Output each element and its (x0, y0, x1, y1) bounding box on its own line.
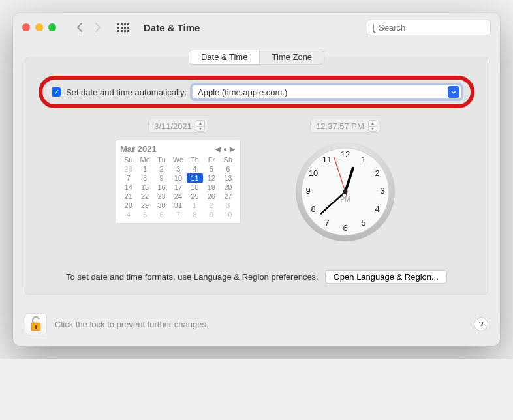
calendar-day: 29 (136, 201, 153, 210)
calendar-day: 13 (220, 173, 236, 183)
nav-buttons (72, 20, 106, 35)
calendar-day: 18 (187, 183, 203, 192)
calendar-day: 15 (136, 183, 153, 192)
clock-ampm: PM (341, 196, 350, 203)
calendar-day: 10 (170, 173, 186, 183)
calendar-day: 8 (136, 173, 153, 183)
calendar-day-other: 6 (153, 210, 170, 219)
time-server-combo[interactable]: Apple (time.apple.com.) (192, 85, 461, 99)
calendar-day: 28 (120, 201, 136, 210)
calendar-day: 5 (203, 164, 219, 173)
auto-time-checkbox[interactable]: ✓ (52, 87, 61, 97)
calendar-day: 7 (120, 173, 136, 183)
svg-text:8: 8 (311, 204, 315, 214)
calendar-dow: Su (120, 155, 136, 164)
footer: Click the lock to prevent further change… (13, 307, 500, 346)
formats-note: To set date and time formats, use Langua… (66, 272, 319, 282)
tab-time-zone[interactable]: Time Zone (259, 50, 324, 64)
calendar-day-other: 28 (120, 164, 136, 173)
forward-button[interactable] (90, 20, 106, 35)
svg-text:11: 11 (322, 155, 332, 164)
svg-point-17 (343, 190, 348, 194)
date-stepper: ▲▼ (196, 120, 205, 132)
calendar-dow: Mo (136, 155, 153, 164)
time-server-value: Apple (time.apple.com.) (193, 87, 448, 97)
calendar-day: 26 (203, 192, 219, 201)
chevron-down-icon (448, 86, 459, 98)
calendar-day-other: 10 (220, 210, 236, 219)
minimize-window-button[interactable] (35, 23, 43, 31)
calendar-day-other: 4 (120, 210, 136, 219)
calendar-dow: We (170, 155, 186, 164)
zoom-window-button[interactable] (48, 23, 56, 31)
calendar-day-other: 7 (170, 210, 186, 219)
calendar-day: 21 (120, 192, 136, 201)
lock-text: Click the lock to prevent further change… (55, 320, 209, 329)
tab-date-time[interactable]: Date & Time (189, 50, 260, 64)
calendar-day: 22 (136, 192, 153, 201)
calendar-day-other: 8 (187, 210, 203, 219)
help-button[interactable]: ? (474, 317, 488, 331)
calendar-next-icon: ▶ (228, 145, 236, 153)
date-column: 3/11/2021 ▲▼ Mar 2021 ◀ ● ▶ SuMoTuWeThFr… (116, 119, 241, 244)
svg-text:7: 7 (324, 218, 329, 228)
calendar-day: 6 (220, 164, 236, 173)
calendar-day: 16 (153, 183, 170, 192)
search-input[interactable] (377, 22, 490, 33)
calendar-day: 12 (203, 173, 219, 183)
time-stepper: ▲▼ (368, 120, 377, 132)
svg-text:10: 10 (309, 168, 318, 178)
open-language-region-button[interactable]: Open Language & Region... (325, 270, 447, 284)
auto-time-label: Set date and time automatically: (66, 87, 187, 97)
svg-text:4: 4 (375, 204, 379, 214)
search-field[interactable] (367, 20, 491, 35)
time-column: 12:37:57 PM ▲▼ 12 (293, 119, 397, 244)
calendar-day: 31 (170, 201, 186, 210)
window-title: Date & Time (144, 22, 200, 33)
calendar-day: 23 (153, 192, 170, 201)
svg-text:3: 3 (380, 186, 384, 196)
svg-text:12: 12 (341, 149, 350, 159)
calendar-day: 17 (170, 183, 186, 192)
calendar-day: 4 (187, 164, 203, 173)
svg-rect-20 (35, 325, 37, 329)
calendar-day: 19 (203, 183, 219, 192)
calendar-day: 11 (187, 173, 203, 183)
auto-time-row: ✓ Set date and time automatically: Apple… (39, 76, 474, 108)
calendar-day-other: 2 (203, 201, 219, 210)
date-value: 3/11/2021 (154, 121, 192, 131)
svg-text:5: 5 (361, 218, 365, 228)
calendar-prev-icon: ◀ (214, 145, 222, 153)
calendar-day-other: 9 (203, 210, 219, 219)
calendar-today-icon: ● (222, 145, 228, 153)
lock-button[interactable] (25, 313, 47, 335)
calendar-day: 20 (220, 183, 236, 192)
calendar-day-other: 5 (136, 210, 153, 219)
calendar-day: 1 (136, 164, 153, 173)
lock-icon (29, 316, 42, 332)
calendar-dow: Tu (153, 155, 170, 164)
svg-text:6: 6 (343, 223, 347, 233)
date-field: 3/11/2021 ▲▼ (148, 119, 208, 133)
time-field: 12:37:57 PM ▲▼ (310, 119, 381, 133)
calendar-dow: Sa (220, 155, 236, 164)
show-all-icon[interactable] (117, 23, 129, 32)
calendar-day: 9 (153, 173, 170, 183)
date-time-panel: ✓ Set date and time automatically: Apple… (25, 57, 488, 295)
calendar-day: 30 (153, 201, 170, 210)
search-icon (373, 23, 374, 31)
calendar-day-other: 3 (220, 201, 236, 210)
calendar-day: 3 (170, 164, 186, 173)
tab-bar: Date & Time Time Zone (25, 50, 488, 65)
svg-text:2: 2 (375, 168, 379, 178)
back-button[interactable] (72, 20, 87, 35)
calendar-day: 27 (220, 192, 236, 201)
time-value: 12:37:57 PM (316, 121, 364, 131)
calendar-day: 25 (187, 192, 203, 201)
calendar-day-other: 1 (187, 201, 203, 210)
calendar-dow: Th (187, 155, 203, 164)
close-window-button[interactable] (22, 23, 30, 31)
window-controls (22, 23, 56, 31)
calendar-month-label: Mar 2021 (120, 144, 157, 154)
calendar-day: 2 (153, 164, 170, 173)
